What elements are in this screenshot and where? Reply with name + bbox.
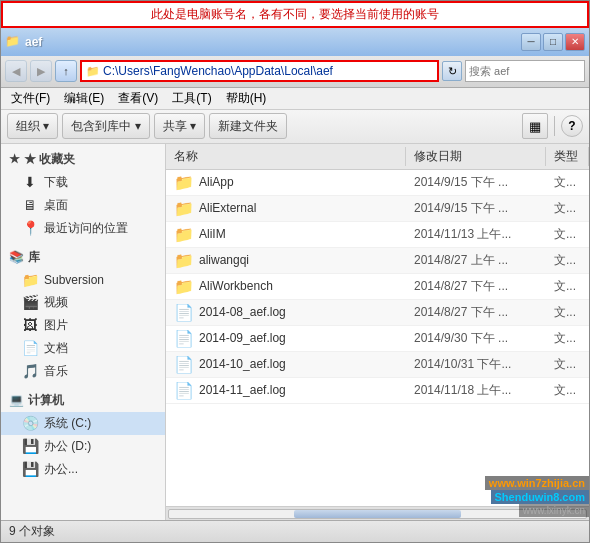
file-date-cell: 2014/8/27 下午 ... bbox=[410, 278, 550, 295]
music-icon: 🎵 bbox=[21, 363, 39, 379]
new-folder-button[interactable]: 新建文件夹 bbox=[209, 113, 287, 139]
table-row[interactable]: 📄 2014-10_aef.log 2014/10/31 下午... 文... bbox=[166, 352, 589, 378]
table-row[interactable]: 📁 AliApp 2014/9/15 下午 ... 文... bbox=[166, 170, 589, 196]
forward-button[interactable]: ▶ bbox=[30, 60, 52, 82]
library-icon: 📚 bbox=[9, 250, 24, 264]
col-header-type[interactable]: 类型 bbox=[546, 147, 589, 166]
computer-label: 计算机 bbox=[28, 392, 64, 409]
sidebar-item-cdrive[interactable]: 💿 系统 (C:) bbox=[1, 412, 165, 435]
cdrive-icon: 💿 bbox=[21, 415, 39, 431]
sidebar-item-subversion[interactable]: 📁 Subversion bbox=[1, 269, 165, 291]
document-icon: 📄 bbox=[21, 340, 39, 356]
table-row[interactable]: 📄 2014-09_aef.log 2014/9/30 下午 ... 文... bbox=[166, 326, 589, 352]
search-input[interactable] bbox=[469, 65, 590, 77]
file-list-container: 名称 修改日期 类型 📁 AliApp 2014/9/15 下午 ... 文..… bbox=[166, 144, 589, 520]
file-name-text: AliWorkbench bbox=[199, 279, 273, 293]
favorites-header[interactable]: ★ ★ 收藏夹 bbox=[1, 148, 165, 171]
library-header[interactable]: 📚 库 bbox=[1, 246, 165, 269]
file-name-cell: 📄 2014-10_aef.log bbox=[170, 355, 410, 374]
maximize-button[interactable]: □ bbox=[543, 33, 563, 51]
sidebar-item-edrive[interactable]: 💾 办公... bbox=[1, 458, 165, 481]
file-name-text: 2014-11_aef.log bbox=[199, 383, 286, 397]
file-type-cell: 文... bbox=[550, 200, 585, 217]
refresh-button[interactable]: ↻ bbox=[442, 61, 462, 81]
computer-header[interactable]: 💻 计算机 bbox=[1, 389, 165, 412]
download-icon: ⬇ bbox=[21, 174, 39, 190]
table-row[interactable]: 📁 AliIM 2014/11/13 上午... 文... bbox=[166, 222, 589, 248]
sidebar-item-download[interactable]: ⬇ 下载 bbox=[1, 171, 165, 194]
menu-help[interactable]: 帮助(H) bbox=[220, 88, 273, 109]
file-date-cell: 2014/9/30 下午 ... bbox=[410, 330, 550, 347]
file-type-cell: 文... bbox=[550, 252, 585, 269]
title-bar-left: 📁 aef bbox=[5, 34, 42, 50]
table-row[interactable]: 📄 2014-11_aef.log 2014/11/18 上午... 文... bbox=[166, 378, 589, 404]
share-button[interactable]: 共享 ▾ bbox=[154, 113, 205, 139]
file-type-cell: 文... bbox=[550, 356, 585, 373]
file-type-cell: 文... bbox=[550, 226, 585, 243]
toolbar: 组织 ▾ 包含到库中 ▾ 共享 ▾ 新建文件夹 ▦ ? bbox=[1, 110, 589, 144]
file-type-cell: 文... bbox=[550, 330, 585, 347]
col-header-name[interactable]: 名称 bbox=[166, 147, 406, 166]
include-library-button[interactable]: 包含到库中 ▾ bbox=[62, 113, 149, 139]
library-section: 📚 库 📁 Subversion 🎬 视频 🖼 图片 📄 文档 bbox=[1, 246, 165, 383]
music-label: 音乐 bbox=[44, 363, 68, 380]
file-name-cell: 📄 2014-08_aef.log bbox=[170, 303, 410, 322]
file-list-header: 名称 修改日期 类型 bbox=[166, 144, 589, 170]
up-button[interactable]: ↑ bbox=[55, 60, 77, 82]
toolbar-separator bbox=[554, 116, 555, 136]
file-name-text: AliApp bbox=[199, 175, 234, 189]
computer-section: 💻 计算机 💿 系统 (C:) 💾 办公 (D:) 💾 办公... bbox=[1, 389, 165, 481]
menu-tools[interactable]: 工具(T) bbox=[166, 88, 217, 109]
sidebar-item-desktop[interactable]: 🖥 桌面 bbox=[1, 194, 165, 217]
table-row[interactable]: 📁 aliwangqi 2014/8/27 上午 ... 文... bbox=[166, 248, 589, 274]
menu-view[interactable]: 查看(V) bbox=[112, 88, 164, 109]
table-row[interactable]: 📄 2014-08_aef.log 2014/8/27 下午 ... 文... bbox=[166, 300, 589, 326]
minimize-button[interactable]: ─ bbox=[521, 33, 541, 51]
edrive-icon: 💾 bbox=[21, 461, 39, 477]
scrollbar-track bbox=[168, 509, 587, 519]
organize-button[interactable]: 组织 ▾ bbox=[7, 113, 58, 139]
recent-label: 最近访问的位置 bbox=[44, 220, 128, 237]
table-row[interactable]: 📁 AliExternal 2014/9/15 下午 ... 文... bbox=[166, 196, 589, 222]
file-name-cell: 📄 2014-09_aef.log bbox=[170, 329, 410, 348]
file-name-text: AliIM bbox=[199, 227, 226, 241]
edrive-label: 办公... bbox=[44, 461, 78, 478]
sidebar-item-recent[interactable]: 📍 最近访问的位置 bbox=[1, 217, 165, 240]
status-text: 9 个对象 bbox=[9, 523, 55, 540]
file-name-cell: 📁 AliWorkbench bbox=[170, 277, 410, 296]
picture-label: 图片 bbox=[44, 317, 68, 334]
file-type-cell: 文... bbox=[550, 304, 585, 321]
annotation-banner: 此处是电脑账号名，各有不同，要选择当前使用的账号 bbox=[1, 1, 589, 28]
search-container: 🔍 bbox=[465, 60, 585, 82]
file-date-cell: 2014/9/15 下午 ... bbox=[410, 174, 550, 191]
file-icon: 📄 bbox=[174, 329, 194, 348]
table-row[interactable]: 📁 AliWorkbench 2014/8/27 下午 ... 文... bbox=[166, 274, 589, 300]
back-button[interactable]: ◀ bbox=[5, 60, 27, 82]
file-name-text: 2014-09_aef.log bbox=[199, 331, 286, 345]
address-input[interactable] bbox=[103, 64, 433, 78]
file-type-cell: 文... bbox=[550, 174, 585, 191]
sidebar-item-picture[interactable]: 🖼 图片 bbox=[1, 314, 165, 337]
file-name-cell: 📁 AliExternal bbox=[170, 199, 410, 218]
view-toggle-button[interactable]: ▦ bbox=[522, 113, 548, 139]
file-date-cell: 2014/11/18 上午... bbox=[410, 382, 550, 399]
library-label: 库 bbox=[28, 249, 40, 266]
sidebar-item-ddrive[interactable]: 💾 办公 (D:) bbox=[1, 435, 165, 458]
folder-icon: 📁 bbox=[86, 65, 100, 78]
file-date-cell: 2014/8/27 下午 ... bbox=[410, 304, 550, 321]
help-button[interactable]: ? bbox=[561, 115, 583, 137]
sidebar-item-music[interactable]: 🎵 音乐 bbox=[1, 360, 165, 383]
folder-icon: 📁 bbox=[174, 173, 194, 192]
col-header-date[interactable]: 修改日期 bbox=[406, 147, 546, 166]
sidebar-item-document[interactable]: 📄 文档 bbox=[1, 337, 165, 360]
scrollbar-thumb[interactable] bbox=[294, 510, 461, 518]
download-label: 下载 bbox=[44, 174, 68, 191]
close-button[interactable]: ✕ bbox=[565, 33, 585, 51]
folder-icon: 📁 bbox=[174, 199, 194, 218]
file-date-cell: 2014/11/13 上午... bbox=[410, 226, 550, 243]
horizontal-scrollbar[interactable] bbox=[166, 506, 589, 520]
menu-file[interactable]: 文件(F) bbox=[5, 88, 56, 109]
sidebar-item-video[interactable]: 🎬 视频 bbox=[1, 291, 165, 314]
desktop-icon: 🖥 bbox=[21, 197, 39, 213]
menu-edit[interactable]: 编辑(E) bbox=[58, 88, 110, 109]
